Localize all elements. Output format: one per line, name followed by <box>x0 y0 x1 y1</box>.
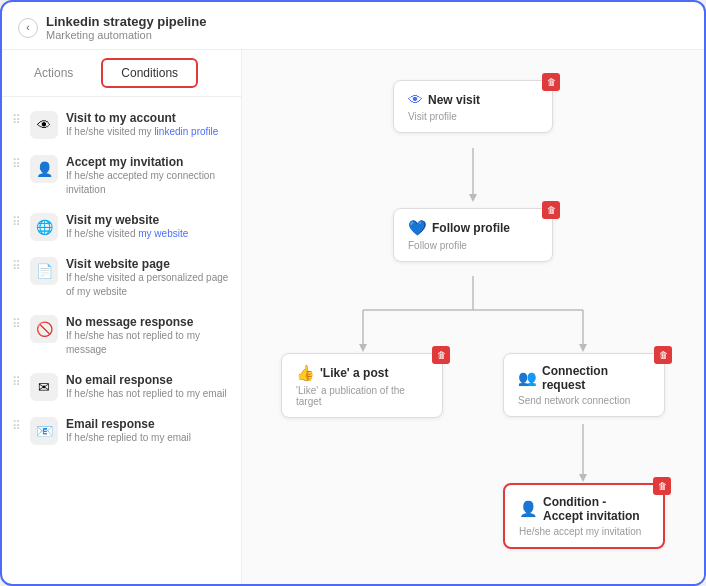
like-post-title: 'Like' a post <box>320 366 388 380</box>
drag-handle-icon: ⠿ <box>12 315 22 331</box>
item-desc: If he/she visited my linkedin profile <box>66 125 218 139</box>
new-visit-subtitle: Visit profile <box>408 111 538 122</box>
delete-connection-button[interactable]: 🗑 <box>654 346 672 364</box>
pipeline-subtitle: Marketing automation <box>46 29 206 41</box>
item-desc: If he/she visited my website <box>66 227 188 241</box>
connection-request-title: Connection request <box>542 364 650 392</box>
svg-marker-1 <box>469 194 477 202</box>
item-icon-globe: 🌐 <box>30 213 58 241</box>
item-title: Visit my website <box>66 213 188 227</box>
follow-profile-icon: 💙 <box>408 219 427 237</box>
condition-accept-subtitle: He/she accept my invitation <box>519 526 649 537</box>
drag-handle-icon: ⠿ <box>12 213 22 229</box>
svg-marker-7 <box>579 344 587 352</box>
list-item[interactable]: ⠿ 👁 Visit to my account If he/she visite… <box>2 103 241 147</box>
app-container: ‹ Linkedin strategy pipeline Marketing a… <box>0 0 706 586</box>
list-item[interactable]: ⠿ 📧 Email response If he/she replied to … <box>2 409 241 453</box>
item-desc: If he/she accepted my connection invitat… <box>66 169 231 197</box>
tab-actions[interactable]: Actions <box>14 58 93 88</box>
item-desc: If he/she replied to my email <box>66 431 191 445</box>
item-desc: If he/she has not replied to my message <box>66 329 231 357</box>
flow-canvas: 🗑 👁 New visit Visit profile 🗑 💙 Follow p… <box>242 50 704 584</box>
connection-request-subtitle: Send network connection <box>518 395 650 406</box>
item-title: No message response <box>66 315 231 329</box>
delete-condition-button[interactable]: 🗑 <box>653 477 671 495</box>
item-title: No email response <box>66 373 227 387</box>
item-title: Accept my invitation <box>66 155 231 169</box>
item-icon-no-email: ✉ <box>30 373 58 401</box>
like-post-icon: 👍 <box>296 364 315 382</box>
node-connection-request[interactable]: 🗑 👥 Connection request Send network conn… <box>503 353 665 417</box>
like-post-subtitle: 'Like' a publication of the target <box>296 385 428 407</box>
item-icon-person: 👤 <box>30 155 58 183</box>
node-follow-profile[interactable]: 🗑 💙 Follow profile Follow profile <box>393 208 553 262</box>
list-item[interactable]: ⠿ 👤 Accept my invitation If he/she accep… <box>2 147 241 205</box>
item-title: Visit website page <box>66 257 231 271</box>
follow-profile-title: Follow profile <box>432 221 510 235</box>
pipeline-title: Linkedin strategy pipeline <box>46 14 206 29</box>
header-text: Linkedin strategy pipeline Marketing aut… <box>46 14 206 41</box>
list-item[interactable]: ⠿ 🌐 Visit my website If he/she visited m… <box>2 205 241 249</box>
tab-bar: Actions Conditions <box>2 50 241 97</box>
new-visit-icon: 👁 <box>408 91 423 108</box>
node-condition-accept[interactable]: 🗑 👤 Condition - Accept invitation He/she… <box>503 483 665 549</box>
connection-request-icon: 👥 <box>518 369 537 387</box>
drag-handle-icon: ⠿ <box>12 417 22 433</box>
list-item[interactable]: ⠿ 📄 Visit website page If he/she visited… <box>2 249 241 307</box>
sidebar-items-list: ⠿ 👁 Visit to my account If he/she visite… <box>2 97 241 459</box>
sidebar: Actions Conditions ⠿ 👁 Visit to my accou… <box>2 50 242 584</box>
item-desc: If he/she visited a personalized page of… <box>66 271 231 299</box>
list-item[interactable]: ⠿ 🚫 No message response If he/she has no… <box>2 307 241 365</box>
item-title: Email response <box>66 417 191 431</box>
condition-accept-icon: 👤 <box>519 500 538 518</box>
drag-handle-icon: ⠿ <box>12 155 22 171</box>
node-new-visit[interactable]: 🗑 👁 New visit Visit profile <box>393 80 553 133</box>
item-title: Visit to my account <box>66 111 218 125</box>
new-visit-title: New visit <box>428 93 480 107</box>
delete-follow-button[interactable]: 🗑 <box>542 201 560 219</box>
list-item[interactable]: ⠿ ✉ No email response If he/she has not … <box>2 365 241 409</box>
header: ‹ Linkedin strategy pipeline Marketing a… <box>2 2 704 50</box>
follow-profile-subtitle: Follow profile <box>408 240 538 251</box>
item-icon-page: 📄 <box>30 257 58 285</box>
flow-wrapper: 🗑 👁 New visit Visit profile 🗑 💙 Follow p… <box>263 70 683 580</box>
drag-handle-icon: ⠿ <box>12 257 22 273</box>
condition-accept-title: Condition - Accept invitation <box>543 495 649 523</box>
svg-marker-9 <box>579 474 587 482</box>
delete-new-visit-button[interactable]: 🗑 <box>542 73 560 91</box>
back-button[interactable]: ‹ <box>18 18 38 38</box>
tab-conditions[interactable]: Conditions <box>101 58 198 88</box>
content-area: Actions Conditions ⠿ 👁 Visit to my accou… <box>2 50 704 584</box>
svg-marker-5 <box>359 344 367 352</box>
item-icon-eye: 👁 <box>30 111 58 139</box>
delete-like-button[interactable]: 🗑 <box>432 346 450 364</box>
node-like-post[interactable]: 🗑 👍 'Like' a post 'Like' a publication o… <box>281 353 443 418</box>
item-icon-email: 📧 <box>30 417 58 445</box>
item-icon-no-msg: 🚫 <box>30 315 58 343</box>
drag-handle-icon: ⠿ <box>12 373 22 389</box>
item-desc: If he/she has not replied to my email <box>66 387 227 401</box>
drag-handle-icon: ⠿ <box>12 111 22 127</box>
